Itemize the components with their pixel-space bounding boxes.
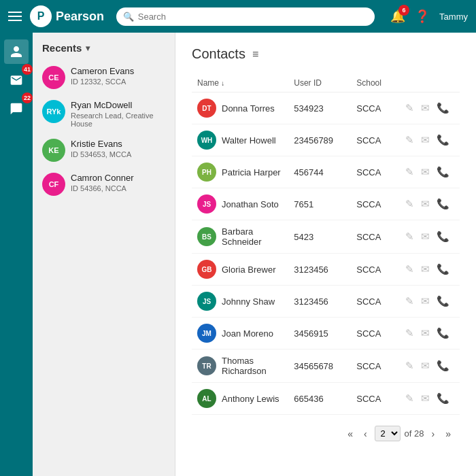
pagination: « ‹ 2 of 28 › »	[192, 415, 460, 441]
phone-action-icon[interactable]: 📞	[437, 360, 449, 372]
chat-action-icon[interactable]: ✎	[405, 295, 414, 307]
col-actions	[400, 74, 460, 92]
mail-action-icon[interactable]: ✉	[421, 198, 430, 210]
userid-cell: 7651	[288, 188, 351, 220]
col-school: School	[351, 74, 399, 92]
school-cell: SCCA	[351, 188, 399, 220]
last-page-button[interactable]: »	[442, 426, 454, 441]
contacts-table: Name ↓ User ID School DT Donna Torres 53…	[192, 74, 460, 415]
contact-name[interactable]: Thomas Richardson	[222, 356, 283, 376]
school-cell: SCCA	[351, 350, 399, 383]
sidebar-icons: 41 22	[0, 33, 33, 476]
mail-action-icon[interactable]: ✉	[421, 360, 430, 372]
chat-action-icon[interactable]: ✎	[405, 134, 414, 146]
avatar: WH	[197, 131, 216, 150]
prev-page-button[interactable]: ‹	[360, 426, 371, 441]
mail-action-icon[interactable]: ✉	[421, 134, 430, 146]
contact-name[interactable]: Patricia Harper	[222, 167, 281, 177]
main-layout: 41 22 Recents ▾ CE Cameron Evans ID 1233…	[0, 33, 476, 476]
sidebar-item-contacts[interactable]	[4, 39, 29, 64]
hamburger-menu[interactable]	[8, 12, 22, 21]
chat-action-icon[interactable]: ✎	[405, 231, 414, 243]
action-cell: ✎ ✉ 📞	[400, 124, 460, 156]
user-menu[interactable]: Tammy	[439, 12, 468, 22]
mail-action-icon[interactable]: ✉	[421, 166, 430, 178]
contact-name[interactable]: Donna Torres	[222, 103, 275, 114]
mail-action-icon[interactable]: ✉	[421, 295, 430, 307]
name-cell: JM Joan Moreno	[192, 318, 288, 350]
search-input[interactable]	[116, 7, 375, 26]
contact-name[interactable]: Anthony Lewis	[222, 394, 279, 404]
page-select[interactable]: 2	[375, 426, 401, 441]
mail-action-icon[interactable]: ✉	[421, 327, 430, 339]
contact-name[interactable]: Walter Howell	[222, 135, 276, 146]
top-nav: P Pearson 🔍 🔔 6 ❓ Tammy	[0, 0, 476, 33]
contacts-title: Contacts	[192, 46, 245, 62]
mail-action-icon[interactable]: ✉	[421, 231, 430, 243]
mail-badge: 41	[22, 64, 33, 75]
avatar: JS	[197, 292, 216, 311]
notifications-button[interactable]: 🔔 6	[390, 9, 405, 24]
chat-action-icon[interactable]: ✎	[405, 392, 414, 405]
recents-chevron[interactable]: ▾	[86, 44, 90, 53]
first-page-button[interactable]: «	[344, 426, 356, 441]
school-cell: SCCA	[351, 254, 399, 286]
userid-cell: 456744	[288, 156, 351, 188]
name-cell: JS Johnny Shaw	[192, 286, 288, 318]
col-name[interactable]: Name ↓	[192, 74, 288, 92]
sidebar-item-mail[interactable]: 41	[4, 68, 29, 92]
name-cell: TR Thomas Richardson	[192, 350, 288, 383]
phone-action-icon[interactable]: 📞	[437, 327, 449, 339]
contact-name[interactable]: Joan Moreno	[222, 328, 273, 339]
phone-action-icon[interactable]: 📞	[437, 134, 449, 146]
phone-action-icon[interactable]: 📞	[437, 231, 449, 243]
phone-action-icon[interactable]: 📞	[437, 263, 449, 275]
recent-info: Ryan McDowell Research Lead, Creative Ho…	[71, 100, 165, 128]
recent-sub: ID 534653, MCCA	[71, 150, 165, 158]
school-cell: SCCA	[351, 92, 399, 124]
phone-action-icon[interactable]: 📞	[437, 198, 449, 210]
filter-icon[interactable]: ≡	[252, 48, 258, 61]
action-cell: ✎ ✉ 📞	[400, 318, 460, 350]
mail-action-icon[interactable]: ✉	[421, 263, 430, 275]
recent-list-item[interactable]: RYk Ryan McDowell Research Lead, Creativ…	[33, 95, 175, 133]
userid-cell: 3123456	[288, 286, 351, 318]
recent-list-item[interactable]: CF Camron Conner ID 54366, NCCA	[33, 167, 175, 201]
phone-action-icon[interactable]: 📞	[437, 392, 449, 405]
avatar: RYk	[42, 100, 65, 123]
phone-action-icon[interactable]: 📞	[437, 166, 449, 178]
name-cell: BS Barbara Schneider	[192, 220, 288, 254]
school-cell: SCCA	[351, 286, 399, 318]
sidebar-item-chat[interactable]: 22	[4, 97, 29, 121]
chat-action-icon[interactable]: ✎	[405, 166, 414, 178]
help-button[interactable]: ❓	[415, 9, 430, 24]
recents-title: Recents	[42, 42, 82, 54]
mail-action-icon[interactable]: ✉	[421, 102, 430, 114]
contact-name[interactable]: Jonathan Soto	[222, 199, 279, 209]
contact-name[interactable]: Johnny Shaw	[222, 296, 275, 307]
school-cell: SCCA	[351, 220, 399, 254]
recent-info: Kristie Evans ID 534653, MCCA	[71, 139, 165, 158]
userid-cell: 665436	[288, 383, 351, 415]
next-page-button[interactable]: ›	[428, 426, 439, 441]
contact-name[interactable]: Gloria Brewer	[222, 265, 275, 275]
phone-action-icon[interactable]: 📞	[437, 295, 449, 307]
chat-action-icon[interactable]: ✎	[405, 102, 414, 114]
recent-info: Cameron Evans ID 12332, SCCA	[71, 66, 165, 86]
table-row: GB Gloria Brewer 3123456 SCCA ✎ ✉ 📞	[192, 254, 460, 286]
userid-cell: 3123456	[288, 254, 351, 286]
contact-name[interactable]: Barbara Schneider	[222, 226, 283, 247]
recent-list-item[interactable]: CE Cameron Evans ID 12332, SCCA	[33, 61, 175, 95]
recent-info: Camron Conner ID 54366, NCCA	[71, 173, 165, 192]
chat-action-icon[interactable]: ✎	[405, 263, 414, 275]
chat-action-icon[interactable]: ✎	[405, 360, 414, 372]
chat-action-icon[interactable]: ✎	[405, 327, 414, 339]
phone-action-icon[interactable]: 📞	[437, 102, 449, 114]
recent-list-item[interactable]: KE Kristie Evans ID 534653, MCCA	[33, 133, 175, 167]
mail-action-icon[interactable]: ✉	[421, 392, 430, 405]
chat-action-icon[interactable]: ✎	[405, 198, 414, 210]
avatar: GB	[197, 260, 216, 279]
recent-sub: Research Lead, Creative House	[71, 112, 165, 128]
action-cell: ✎ ✉ 📞	[400, 350, 460, 383]
table-row: JM Joan Moreno 3456915 SCCA ✎ ✉ 📞	[192, 318, 460, 350]
